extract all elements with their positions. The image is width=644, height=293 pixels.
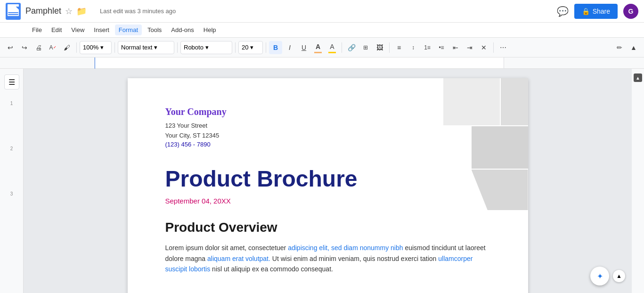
zoom-value: 100% [83, 44, 98, 51]
spellcheck-button[interactable]: A✓ [46, 41, 59, 54]
menu-bar: File Edit View Insert Format Tools Add-o… [0, 23, 644, 38]
deco-sq-2 [501, 78, 528, 125]
bottom-right-buttons: ✦ ▲ [590, 267, 625, 285]
unordered-list-button[interactable]: •≡ [435, 41, 448, 54]
ordered-list-button[interactable]: 1≡ [421, 41, 434, 54]
doc-title-area: Pamphlet ☆ 📁 Last edit was 3 minutes ago [25, 6, 557, 16]
redo-button[interactable]: ↪ [18, 41, 31, 54]
last-edit-text: Last edit was 3 minutes ago [100, 8, 176, 15]
body-highlight-2: aliquam erat volutpat. [207, 255, 270, 262]
font-select[interactable]: Roboto ▾ [180, 41, 232, 54]
size-value: 20 [242, 44, 248, 51]
divider-2 [114, 42, 115, 53]
right-sidebar: ▲ [632, 69, 644, 293]
comment-icon[interactable]: 💬 [557, 6, 569, 17]
size-chevron: ▾ [250, 44, 253, 51]
ruler-num-3: 3 [10, 189, 13, 235]
ruler-num-2: 2 [10, 144, 13, 189]
doc-area[interactable]: Your Company 123 Your Street Your City, … [24, 69, 632, 293]
align-button[interactable]: ≡ [392, 41, 406, 54]
star-icon[interactable]: ☆ [65, 6, 73, 16]
menu-item-addons[interactable]: Add-ons [167, 24, 197, 35]
more-button[interactable]: ⋯ [497, 41, 510, 54]
deco-graphic [424, 78, 528, 210]
app-icon[interactable] [6, 3, 21, 20]
deco-shape [472, 170, 528, 210]
ruler-num-1: 1 [10, 99, 13, 144]
share-label: Share [593, 8, 610, 15]
divider-1 [76, 42, 77, 53]
ruler-inner [94, 57, 504, 68]
main-layout: ☰ 1 2 3 Your Company 123 Your Street You… [0, 69, 644, 293]
paint-format-button[interactable]: 🖌 [60, 41, 73, 54]
menu-item-edit[interactable]: Edit [48, 24, 65, 35]
style-select[interactable]: Normal text ▾ [118, 41, 174, 54]
highlight-label: A [330, 43, 334, 50]
collapse-button[interactable]: ▲ [627, 41, 640, 54]
lock-icon: 🔒 [582, 8, 590, 15]
share-button[interactable]: 🔒 Share [574, 4, 618, 19]
zoom-chevron: ▾ [100, 44, 104, 51]
highlight-button[interactable]: A [326, 41, 339, 54]
divider-8 [493, 42, 494, 53]
text-color-label: A [316, 43, 320, 50]
link-button[interactable]: 🔗 [345, 41, 358, 54]
menu-item-help[interactable]: Help [200, 24, 220, 35]
body-text-end: nisl ut aliquip ex ea commodo consequat. [210, 265, 333, 273]
decrease-indent-button[interactable]: ⇤ [449, 41, 462, 54]
menu-item-view[interactable]: View [67, 24, 88, 35]
text-color-button[interactable]: A [311, 41, 325, 54]
style-value: Normal text [121, 44, 152, 51]
doc-title[interactable]: Pamphlet [25, 6, 61, 16]
body-text: Lorem ipsum dolor sit amet, consectetuer… [165, 243, 490, 274]
font-value: Roboto [184, 44, 204, 51]
top-bar: Pamphlet ☆ 📁 Last edit was 3 minutes ago… [0, 0, 644, 23]
ai-assist-button[interactable]: ✦ [590, 267, 609, 285]
body-text-start: Lorem ipsum dolor sit amet, consectetuer [165, 244, 288, 252]
font-size-select[interactable]: 20 ▾ [238, 41, 263, 54]
edit-mode-button[interactable]: ✏ [613, 41, 626, 54]
clear-format-button[interactable]: ✕ [477, 41, 490, 54]
font-chevron: ▾ [205, 44, 209, 51]
section1-heading: Product Overview [165, 220, 490, 235]
folder-icon[interactable]: 📁 [76, 6, 87, 16]
line-spacing-button[interactable]: ↕ [407, 41, 420, 54]
highlight-swatch [328, 52, 336, 53]
left-sidebar: ☰ 1 2 3 [0, 69, 24, 293]
divider-4 [235, 42, 236, 53]
menu-item-tools[interactable]: Tools [144, 24, 165, 35]
menu-item-file[interactable]: File [28, 24, 46, 35]
zoom-select[interactable]: 100% ▾ [80, 41, 112, 54]
body-text-mid2: Ut wisi enim ad minim veniam, quis nostr… [270, 255, 438, 262]
menu-item-format[interactable]: Format [115, 24, 142, 35]
underline-button[interactable]: U [297, 41, 310, 54]
ruler [0, 57, 644, 69]
doc-outline-button[interactable]: ☰ [4, 74, 19, 90]
deco-sq-1 [443, 78, 500, 125]
text-color-swatch [314, 52, 322, 53]
toolbar: ↩ ↪ 🖨 A✓ 🖌 100% ▾ Normal text ▾ Roboto ▾… [0, 38, 644, 57]
body-highlight-4: lobortis [189, 265, 210, 273]
divider-7 [389, 42, 390, 53]
divider-5 [266, 42, 266, 53]
increase-indent-button[interactable]: ⇥ [463, 41, 476, 54]
avatar[interactable]: G [623, 4, 638, 19]
scroll-up-button[interactable]: ▲ [613, 270, 625, 282]
menu-item-insert[interactable]: Insert [90, 24, 113, 35]
print-button[interactable]: 🖨 [32, 41, 45, 54]
style-chevron: ▾ [154, 44, 157, 51]
insert-image-button[interactable]: 🖼 [373, 41, 386, 54]
divider-3 [177, 42, 178, 53]
insert-comment-button[interactable]: ⊞ [359, 41, 372, 54]
top-right-area: 💬 🔒 Share G [557, 4, 638, 19]
scroll-indicator[interactable]: ▲ [634, 73, 642, 82]
italic-button[interactable]: I [283, 41, 296, 54]
bold-button[interactable]: B [269, 41, 282, 54]
undo-button[interactable]: ↩ [4, 41, 17, 54]
divider-6 [342, 42, 342, 53]
deco-sq-3 [472, 126, 528, 169]
doc-page: Your Company 123 Your Street Your City, … [128, 78, 528, 293]
body-highlight-1: adipiscing elit, sed diam nonummy nibh [288, 244, 403, 252]
